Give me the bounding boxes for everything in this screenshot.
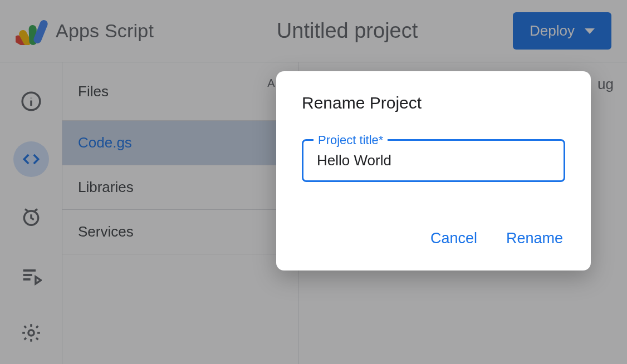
project-title-input[interactable]: [317, 152, 550, 169]
project-title-field[interactable]: Project title*: [302, 139, 565, 182]
cancel-button[interactable]: Cancel: [428, 225, 479, 252]
dialog-actions: Cancel Rename: [302, 225, 565, 252]
project-title-label: Project title*: [314, 133, 388, 147]
dialog-title: Rename Project: [302, 94, 565, 112]
rename-project-dialog: Rename Project Project title* Cancel Ren…: [276, 71, 591, 270]
rename-button[interactable]: Rename: [504, 225, 565, 252]
